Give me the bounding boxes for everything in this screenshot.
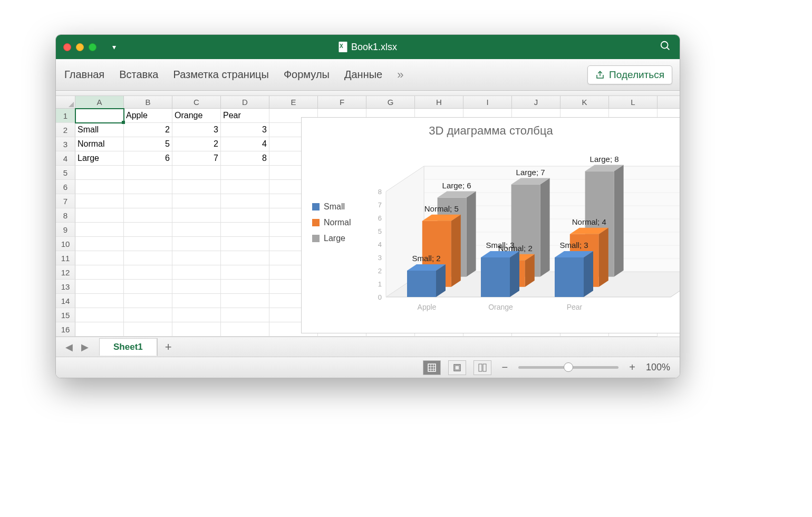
cell-A1[interactable] (75, 109, 124, 123)
col-header-K[interactable]: K (560, 96, 609, 108)
cell-D2[interactable]: 3 (221, 123, 269, 137)
sheet-nav-next[interactable]: ▶ (77, 341, 93, 353)
view-page-layout-button[interactable] (448, 360, 466, 375)
svg-text:Large; 8: Large; 8 (590, 155, 619, 164)
svg-text:4: 4 (378, 241, 382, 248)
col-header-H[interactable]: H (415, 96, 463, 108)
row-header-6[interactable]: 6 (56, 180, 75, 194)
row-header-9[interactable]: 9 (56, 223, 75, 237)
row-header-8[interactable]: 8 (56, 208, 75, 223)
excel-window: ▾ Book1.xlsx Главная Вставка Разметка ст… (55, 34, 680, 378)
search-button[interactable] (660, 40, 671, 54)
chart-object[interactable]: 3D диаграмма столбца Small Normal Large … (301, 117, 680, 333)
svg-text:5: 5 (378, 227, 382, 235)
col-header-L[interactable]: L (609, 96, 658, 108)
share-button[interactable]: Поделиться (587, 65, 672, 84)
cell-area[interactable]: Apple Orange Pear Small 2 3 3 Normal 5 2… (75, 109, 680, 337)
row-header-1[interactable]: 1 (56, 109, 75, 123)
row-header-16[interactable]: 16 (56, 322, 75, 337)
cell-C1[interactable]: Orange (172, 109, 221, 123)
row-header-14[interactable]: 14 (56, 294, 75, 308)
status-bar: − + 100% (56, 357, 680, 378)
fullscreen-window-button[interactable] (89, 43, 96, 51)
add-sheet-button[interactable]: + (157, 338, 177, 356)
cell-A4[interactable]: Large (75, 151, 124, 166)
svg-text:Normal; 5: Normal; 5 (424, 204, 459, 213)
row-header-2[interactable]: 2 (56, 123, 75, 137)
row-header-7[interactable]: 7 (56, 194, 75, 208)
row-header-4[interactable]: 4 (56, 151, 75, 166)
cell-D4[interactable]: 8 (221, 151, 269, 166)
svg-text:Apple: Apple (418, 303, 437, 311)
cell-B2[interactable]: 2 (124, 123, 172, 137)
col-header-I[interactable]: I (463, 96, 512, 108)
svg-rect-62 (481, 257, 510, 297)
zoom-out-button[interactable]: − (499, 361, 511, 374)
col-header-D[interactable]: D (221, 96, 269, 108)
qat-chevron-icon[interactable]: ▾ (112, 43, 116, 51)
ribbon-spacer (56, 91, 680, 96)
ribbon-tab-insert[interactable]: Вставка (119, 69, 158, 81)
zoom-percent-label: 100% (646, 362, 670, 373)
cell-B3[interactable]: 5 (124, 137, 172, 151)
cell-C4[interactable]: 7 (172, 151, 221, 166)
cell-A3[interactable]: Normal (75, 137, 124, 151)
row-header-15[interactable]: 15 (56, 308, 75, 322)
svg-text:Pear: Pear (567, 303, 583, 311)
select-all-corner[interactable] (56, 96, 75, 108)
cell-A2[interactable]: Small (75, 123, 124, 137)
svg-text:Orange: Orange (488, 303, 513, 311)
ribbon-more-button[interactable]: » (397, 68, 403, 82)
svg-text:Small; 2: Small; 2 (412, 254, 440, 263)
sheet-nav-prev[interactable]: ◀ (61, 341, 77, 353)
view-normal-button[interactable] (423, 360, 441, 375)
legend-swatch-normal (312, 219, 320, 226)
cell-B1[interactable]: Apple (124, 109, 172, 123)
col-header-A[interactable]: A (75, 96, 124, 108)
titlebar: ▾ Book1.xlsx (56, 35, 680, 59)
zoom-slider-thumb[interactable] (564, 362, 573, 372)
svg-text:Large; 6: Large; 6 (442, 181, 471, 190)
row-header-11[interactable]: 11 (56, 251, 75, 265)
svg-text:8: 8 (378, 188, 382, 196)
minimize-window-button[interactable] (76, 43, 84, 51)
close-window-button[interactable] (63, 43, 71, 51)
ribbon-tab-formulas[interactable]: Формулы (284, 69, 330, 81)
ribbon-tab-page-layout[interactable]: Разметка страницы (173, 69, 268, 81)
svg-rect-66 (555, 257, 584, 297)
ribbon-tab-data[interactable]: Данные (344, 69, 382, 81)
svg-rect-58 (407, 271, 436, 297)
ribbon-tab-home[interactable]: Главная (64, 69, 104, 81)
col-header-F[interactable]: F (318, 96, 366, 108)
svg-text:Large; 7: Large; 7 (516, 168, 545, 177)
quick-access-toolbar: ▾ (112, 43, 116, 51)
svg-text:Normal; 4: Normal; 4 (572, 217, 606, 226)
sheet-tab-sheet1[interactable]: Sheet1 (99, 338, 157, 356)
col-header-J[interactable]: J (512, 96, 560, 108)
legend-small: Small (324, 202, 345, 212)
view-page-break-button[interactable] (473, 360, 491, 375)
zoom-slider[interactable] (518, 366, 618, 369)
svg-marker-64 (584, 251, 593, 297)
row-header-10[interactable]: 10 (56, 237, 75, 251)
col-header-B[interactable]: B (124, 96, 172, 108)
col-header-E[interactable]: E (269, 96, 318, 108)
col-header-G[interactable]: G (366, 96, 415, 108)
row-header-3[interactable]: 3 (56, 137, 75, 151)
cell-D3[interactable]: 4 (221, 137, 269, 151)
chart-title: 3D диаграмма столбца (302, 124, 680, 138)
legend-large: Large (324, 234, 345, 243)
legend-normal: Normal (324, 218, 351, 227)
col-header-C[interactable]: C (172, 96, 221, 108)
cell-D1[interactable]: Pear (221, 109, 269, 123)
cell-C3[interactable]: 2 (172, 137, 221, 151)
row-header-12[interactable]: 12 (56, 265, 75, 280)
zoom-in-button[interactable]: + (626, 361, 639, 374)
row-header-13[interactable]: 13 (56, 280, 75, 294)
filename-label: Book1.xlsx (351, 42, 397, 53)
cell-B4[interactable]: 6 (124, 151, 172, 166)
cell-C2[interactable]: 3 (172, 123, 221, 137)
row-headers: 1 2 3 4 5 6 7 8 9 10 11 12 13 14 15 16 (56, 109, 75, 337)
svg-rect-71 (428, 364, 436, 371)
row-header-5[interactable]: 5 (56, 166, 75, 180)
